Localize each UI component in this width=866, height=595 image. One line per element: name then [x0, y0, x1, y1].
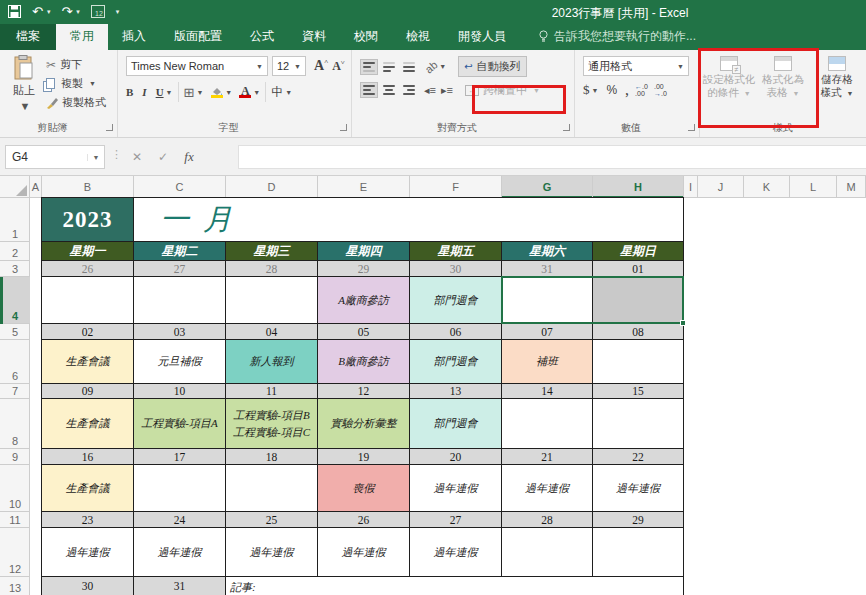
italic-button[interactable]: I	[142, 86, 146, 98]
event-cell[interactable]: 部門週會	[410, 399, 502, 449]
formula-bar-grip[interactable]: ⋮	[111, 148, 122, 161]
row-header-5[interactable]: 5	[0, 324, 30, 340]
comma-button[interactable]: ,	[625, 86, 629, 94]
event-cell[interactable]: 過年連假	[134, 528, 226, 577]
tab-home[interactable]: 常用	[56, 24, 108, 50]
date-cell[interactable]: 27	[134, 261, 226, 277]
paste-button[interactable]: 貼上 ▼	[6, 55, 42, 129]
date-cell[interactable]: 29	[318, 261, 410, 277]
date-cell[interactable]: 08	[593, 324, 684, 340]
column-header-b[interactable]: B	[42, 176, 134, 198]
date-cell[interactable]: 19	[318, 449, 410, 465]
year-cell[interactable]: 2023	[42, 198, 134, 242]
fill-color-button[interactable]	[210, 87, 223, 98]
row-header-6[interactable]: 6	[0, 340, 30, 384]
redo-caret-icon[interactable]: ▾	[76, 8, 80, 16]
date-cell[interactable]: 06	[410, 324, 502, 340]
name-box[interactable]: G4 ▼	[5, 145, 105, 169]
column-header-k[interactable]: K	[744, 176, 790, 198]
date-cell[interactable]: 31	[502, 261, 593, 277]
event-cell[interactable]	[134, 277, 226, 324]
row-header-7[interactable]: 7	[0, 384, 30, 399]
number-dialog-launcher-icon[interactable]	[688, 124, 695, 131]
date-cell[interactable]: 03	[134, 324, 226, 340]
date-cell[interactable]: 04	[226, 324, 318, 340]
name-box-caret-icon[interactable]: ▼	[87, 154, 104, 161]
date-cell[interactable]: 01	[593, 261, 684, 277]
cancel-icon[interactable]: ✕	[124, 150, 150, 164]
tab-insert[interactable]: 插入	[108, 24, 160, 50]
align-left-icon[interactable]	[360, 82, 378, 98]
date-cell[interactable]: 25	[226, 512, 318, 528]
cut-button[interactable]: ✂剪下	[46, 57, 106, 72]
date-cell[interactable]: 21	[502, 449, 593, 465]
insert-function-button[interactable]: fx	[176, 149, 202, 165]
row-header-13[interactable]: 13	[0, 577, 30, 595]
align-right-icon[interactable]	[400, 82, 418, 98]
event-cell[interactable]	[593, 277, 684, 324]
event-cell[interactable]: 工程實驗-項目A	[134, 399, 226, 449]
row-header-3[interactable]: 3	[0, 261, 30, 277]
event-cell[interactable]: 補班	[502, 340, 593, 384]
event-cell[interactable]	[593, 528, 684, 577]
tab-data[interactable]: 資料	[288, 24, 340, 50]
align-center-icon[interactable]	[380, 82, 398, 98]
percent-button[interactable]: %	[606, 83, 617, 97]
date-cell[interactable]: 26	[42, 261, 134, 277]
copy-button[interactable]: 複製▼	[46, 76, 106, 91]
decrease-font-icon[interactable]: A˅	[332, 59, 345, 74]
date-cell[interactable]: 14	[502, 384, 593, 399]
redo-button[interactable]: ↷	[61, 4, 72, 19]
clipboard-dialog-launcher-icon[interactable]	[106, 124, 113, 131]
date-cell[interactable]: 30	[42, 577, 134, 595]
date-cell[interactable]: 13	[410, 384, 502, 399]
date-cell[interactable]: 20	[410, 449, 502, 465]
increase-indent-icon[interactable]: ▸≡	[441, 84, 453, 97]
borders-button[interactable]: ⊞	[184, 85, 195, 100]
grid-icon[interactable]: 12	[91, 5, 105, 18]
font-color-button[interactable]: A	[239, 86, 251, 98]
enter-icon[interactable]: ✓	[150, 150, 176, 164]
date-cell[interactable]: 28	[502, 512, 593, 528]
format-as-table-button[interactable]: 格式化為表格 ▼	[756, 56, 810, 99]
event-cell[interactable]: 生產會議	[42, 340, 134, 384]
wrap-text-button[interactable]: ↩ 自動換列	[458, 56, 526, 77]
event-cell[interactable]: 生產會議	[42, 399, 134, 449]
date-cell[interactable]: 23	[42, 512, 134, 528]
row-header-2[interactable]: 2	[0, 242, 30, 261]
date-cell[interactable]: 27	[410, 512, 502, 528]
row-header-8[interactable]: 8	[0, 399, 30, 449]
event-cell[interactable]: 過年連假	[410, 465, 502, 512]
column-header-g[interactable]: G	[502, 176, 593, 198]
date-cell[interactable]: 16	[42, 449, 134, 465]
merge-center-button[interactable]: ↔ 跨欄置中 ▼	[465, 83, 540, 98]
date-cell[interactable]: 24	[134, 512, 226, 528]
event-cell[interactable]: 過年連假	[42, 528, 134, 577]
column-header-m[interactable]: M	[837, 176, 866, 198]
event-cell[interactable]	[502, 399, 593, 449]
date-cell[interactable]: 12	[318, 384, 410, 399]
tab-formulas[interactable]: 公式	[236, 24, 288, 50]
event-cell[interactable]: 過年連假	[318, 528, 410, 577]
qat-customize-icon[interactable]: ▾	[116, 8, 120, 16]
align-middle-icon[interactable]	[380, 59, 398, 75]
month-cell[interactable]: 一月	[134, 198, 684, 242]
increase-decimal-button[interactable]: ←.0.00	[635, 83, 648, 97]
number-format-select[interactable]: 通用格式▼	[583, 56, 689, 76]
font-family-select[interactable]: Times New Roman▼	[126, 56, 268, 76]
decrease-decimal-button[interactable]: .00→.0	[654, 83, 667, 97]
event-cell[interactable]	[502, 528, 593, 577]
column-header-i[interactable]: I	[684, 176, 698, 198]
event-cell[interactable]	[134, 465, 226, 512]
column-header-d[interactable]: D	[226, 176, 318, 198]
event-cell[interactable]: 部門週會	[410, 277, 502, 324]
column-header-a[interactable]: A	[30, 176, 42, 198]
event-cell[interactable]	[593, 340, 684, 384]
underline-button[interactable]: U	[156, 86, 164, 98]
orientation-icon[interactable]: ab	[423, 58, 440, 75]
date-cell[interactable]: 09	[42, 384, 134, 399]
column-header-l[interactable]: L	[790, 176, 837, 198]
column-header-c[interactable]: C	[134, 176, 226, 198]
event-cell[interactable]: 過年連假	[226, 528, 318, 577]
format-painter-button[interactable]: 複製格式	[46, 95, 106, 110]
